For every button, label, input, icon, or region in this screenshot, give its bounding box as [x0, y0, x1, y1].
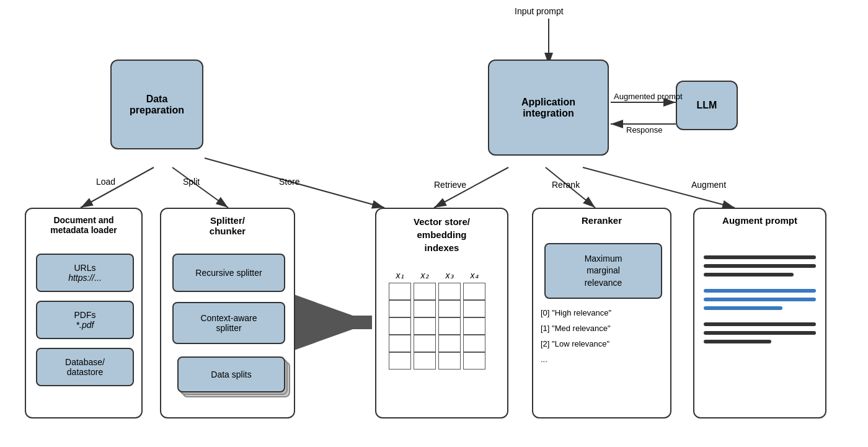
data-splits-item: Data splits [177, 356, 285, 392]
relevance-list: [0] "High relevance" [1] "Med relevance"… [541, 308, 611, 364]
augment-lines-container [704, 255, 816, 343]
aug-line-blue-2 [704, 298, 816, 301]
urls-value: https://... [68, 273, 102, 283]
app-integration-box: Applicationintegration [488, 60, 609, 156]
doc-loader-box: Document andmetadata loader URLs https:/… [25, 208, 143, 418]
svg-line-4 [172, 167, 228, 208]
col3-header: x₃ [438, 268, 461, 283]
store-label: Store [279, 177, 299, 187]
augment-label: Augment [691, 180, 726, 190]
retrieve-label: Retrieve [434, 180, 466, 190]
recursive-splitter-item: Recursive splitter [172, 254, 285, 292]
pdfs-item: PDFs *.pdf [36, 301, 134, 339]
relevance-item-0: [0] "High relevance" [541, 308, 611, 317]
splitter-title: Splitter/chunker [161, 215, 294, 236]
svg-line-3 [81, 167, 154, 208]
load-label: Load [96, 177, 115, 187]
augmented-prompt-label: Augmented prompt [614, 92, 683, 101]
reranker-title: Reranker [533, 215, 670, 226]
pdfs-label: PDFs [74, 310, 96, 320]
aug-line-6 [704, 340, 771, 343]
database-item: Database/ datastore [36, 348, 134, 386]
llm-label: LLM [697, 100, 717, 111]
relevance-item-dots: ... [541, 355, 611, 364]
split-label: Split [183, 177, 200, 187]
splitter-box: Splitter/chunker Recursive splitter Cont… [160, 208, 295, 418]
database-label: Database/ [65, 357, 105, 367]
doc-loader-title: Document andmetadata loader [26, 215, 141, 235]
pdfs-value: *.pdf [76, 320, 94, 330]
database-label2: datastore [67, 367, 103, 377]
augment-prompt-box: Augment prompt [693, 208, 826, 418]
col1-header: x₁ [389, 268, 411, 283]
vector-col-1: x₁ [389, 268, 411, 370]
aug-line-blue-3 [704, 306, 782, 310]
context-aware-item: Context-aware splitter [172, 302, 285, 344]
diagram: Input prompt Datapreparation Application… [0, 0, 868, 447]
vector-store-box: Vector store/embeddingindexes x₁ x₂ [375, 208, 508, 418]
vector-col-2: x₂ [414, 268, 436, 370]
augment-prompt-title: Augment prompt [694, 215, 825, 226]
relevance-item-2: [2] "Low relevance" [541, 339, 611, 348]
urls-item: URLs https://... [36, 254, 134, 292]
col2-header: x₂ [414, 268, 436, 283]
aug-line-1 [704, 255, 816, 259]
mmr-box: Maximummarginalrelevance [544, 243, 662, 299]
context-aware-label: Context-aware [200, 313, 257, 323]
aug-line-3 [704, 273, 794, 277]
aug-line-5 [704, 331, 816, 335]
vector-store-title: Vector store/embeddingindexes [376, 215, 507, 254]
vector-grid: x₁ x₂ x₃ [389, 268, 485, 370]
data-splits-label: Data splits [211, 370, 251, 379]
vector-col-3: x₃ [438, 268, 461, 370]
app-integration-label: Applicationintegration [521, 97, 575, 119]
relevance-item-1: [1] "Med relevance" [541, 324, 611, 333]
aug-line-blue-1 [704, 289, 816, 293]
urls-label: URLs [74, 263, 95, 273]
data-preparation-label: Datapreparation [130, 94, 184, 116]
vector-col-4: x₄ [463, 268, 485, 370]
mmr-label: Maximummarginalrelevance [585, 253, 622, 290]
aug-line-2 [704, 264, 816, 268]
input-prompt-label: Input prompt [515, 6, 564, 16]
data-splits-wrapper: Data splits [177, 356, 285, 400]
col4-header: x₄ [463, 268, 485, 283]
aug-line-4 [704, 322, 816, 326]
rerank-label: Rerank [552, 180, 580, 190]
context-aware-label2: splitter [216, 323, 241, 333]
recursive-splitter-label: Recursive splitter [195, 268, 262, 278]
llm-box: LLM [676, 81, 738, 130]
response-label: Response [626, 125, 663, 135]
reranker-box: Reranker Maximummarginalrelevance [0] "H… [532, 208, 671, 418]
data-preparation-box: Datapreparation [110, 60, 203, 149]
